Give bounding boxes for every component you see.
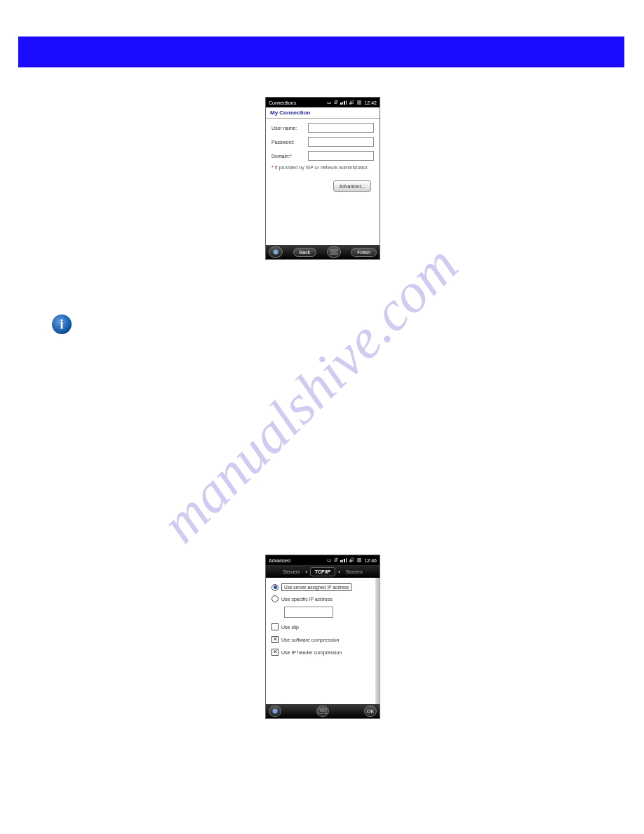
checkbox-hdr-compression[interactable]: ✕ bbox=[271, 649, 279, 656]
domain-hint: * If provided by ISP or network administ… bbox=[271, 165, 374, 171]
tab-bar: Servers ‹ TCP/IP › Servers bbox=[266, 565, 380, 578]
keyboard-button[interactable] bbox=[316, 706, 329, 717]
label-password: Password: bbox=[271, 140, 308, 145]
hint-text: If provided by ISP or network administra… bbox=[274, 165, 369, 170]
label-domain: Domain:* bbox=[271, 154, 308, 159]
start-button[interactable] bbox=[269, 706, 281, 717]
back-button[interactable]: Back bbox=[293, 248, 317, 257]
radio-specific-ip[interactable] bbox=[271, 595, 279, 602]
keyboard-icon bbox=[318, 708, 327, 714]
advanced-button[interactable]: Advanced... bbox=[333, 180, 371, 192]
watermark-text: manualshive.com bbox=[149, 234, 470, 555]
ok-label: OK bbox=[367, 709, 374, 714]
finish-button[interactable]: Finish bbox=[351, 248, 377, 257]
volume-icon: 🔊 bbox=[349, 557, 355, 563]
signal-icon bbox=[340, 558, 347, 562]
label-specific-ip: Use specific IP address bbox=[281, 597, 333, 602]
finish-label: Finish bbox=[357, 250, 370, 255]
option-specific-ip[interactable]: Use specific IP address bbox=[271, 595, 374, 602]
info-icon: i bbox=[52, 315, 72, 334]
windows-icon bbox=[271, 708, 279, 715]
content-area: Use server-assigned IP address Use speci… bbox=[266, 578, 380, 704]
sync-icon: ⇵ bbox=[334, 557, 338, 563]
keyboard-icon bbox=[330, 249, 338, 255]
svg-point-5 bbox=[273, 709, 278, 714]
ok-button[interactable]: OK bbox=[364, 706, 377, 717]
option-hdr-compression[interactable]: ✕ Use IP header compression bbox=[271, 649, 374, 656]
label-hdr-compression: Use IP header compression bbox=[281, 650, 342, 655]
input-username[interactable] bbox=[308, 123, 374, 133]
keyboard-button[interactable] bbox=[327, 246, 341, 258]
bottom-bar: OK bbox=[266, 704, 380, 718]
label-sw-compression: Use software compression bbox=[281, 637, 339, 642]
back-label: Back bbox=[300, 250, 311, 255]
chevron-left-icon[interactable]: ‹ bbox=[305, 569, 307, 574]
row-username: User name: bbox=[271, 123, 374, 133]
scrollbar[interactable] bbox=[375, 578, 379, 704]
label-server-assigned: Use server-assigned IP address bbox=[281, 583, 351, 591]
form-area: User name: Password: Domain:* * If provi… bbox=[266, 119, 380, 245]
tab-center-label: TCP/IP bbox=[315, 569, 331, 574]
windows-icon bbox=[272, 249, 279, 256]
titlebar: Advanced ▭ ⇵ 🔊 ▥ 12:46 bbox=[266, 555, 380, 565]
chevron-right-icon[interactable]: › bbox=[338, 569, 340, 574]
input-ip-address[interactable] bbox=[284, 607, 333, 618]
screenshot-advanced-tcpip: Advanced ▭ ⇵ 🔊 ▥ 12:46 Servers ‹ TCP/IP … bbox=[265, 555, 380, 719]
label-slip: Use slip bbox=[281, 625, 299, 630]
titlebar: Connections ▭ ⇵ 🔊 ▥ 12:42 bbox=[266, 98, 380, 107]
card-icon: ▭ bbox=[327, 557, 332, 563]
radio-server-assigned[interactable] bbox=[271, 584, 279, 591]
option-sw-compression[interactable]: ✕ Use software compression bbox=[271, 636, 374, 643]
signal-icon bbox=[340, 100, 347, 105]
label-username: User name: bbox=[271, 126, 308, 131]
window-title: Connections bbox=[269, 100, 296, 105]
option-slip[interactable]: Use slip bbox=[271, 623, 374, 630]
sync-icon: ⇵ bbox=[334, 100, 338, 105]
row-password: Password: bbox=[271, 137, 374, 147]
tab-right[interactable]: Servers bbox=[343, 569, 365, 574]
tab-center[interactable]: TCP/IP bbox=[310, 567, 336, 576]
checkbox-sw-compression[interactable]: ✕ bbox=[271, 636, 279, 643]
tab-left-label: Servers bbox=[283, 569, 300, 574]
row-domain: Domain:* bbox=[271, 151, 374, 161]
start-button[interactable] bbox=[269, 246, 283, 258]
clock: 12:42 bbox=[364, 100, 377, 105]
option-server-assigned[interactable]: Use server-assigned IP address bbox=[271, 583, 374, 591]
svg-point-0 bbox=[274, 250, 279, 255]
info-glyph: i bbox=[60, 317, 63, 332]
window-title: Advanced bbox=[269, 558, 290, 563]
advanced-button-label: Advanced... bbox=[340, 184, 365, 189]
header-band bbox=[18, 37, 624, 67]
status-area: ▭ ⇵ 🔊 ▥ 12:42 bbox=[327, 100, 377, 105]
clock: 12:46 bbox=[364, 558, 377, 563]
battery-icon: ▥ bbox=[357, 557, 362, 563]
subheader: My Connection bbox=[266, 107, 380, 119]
battery-icon: ▥ bbox=[357, 100, 362, 105]
card-icon: ▭ bbox=[327, 100, 332, 105]
status-area: ▭ ⇵ 🔊 ▥ 12:46 bbox=[327, 557, 377, 563]
tab-left[interactable]: Servers bbox=[280, 569, 302, 574]
volume-icon: 🔊 bbox=[349, 100, 355, 105]
screenshot-my-connection: Connections ▭ ⇵ 🔊 ▥ 12:42 My Connection … bbox=[265, 97, 380, 260]
tab-right-label: Servers bbox=[346, 569, 363, 574]
bottom-bar: Back Finish bbox=[266, 245, 380, 259]
input-password[interactable] bbox=[308, 137, 374, 147]
checkbox-slip[interactable] bbox=[271, 623, 279, 630]
input-domain[interactable] bbox=[308, 151, 374, 161]
